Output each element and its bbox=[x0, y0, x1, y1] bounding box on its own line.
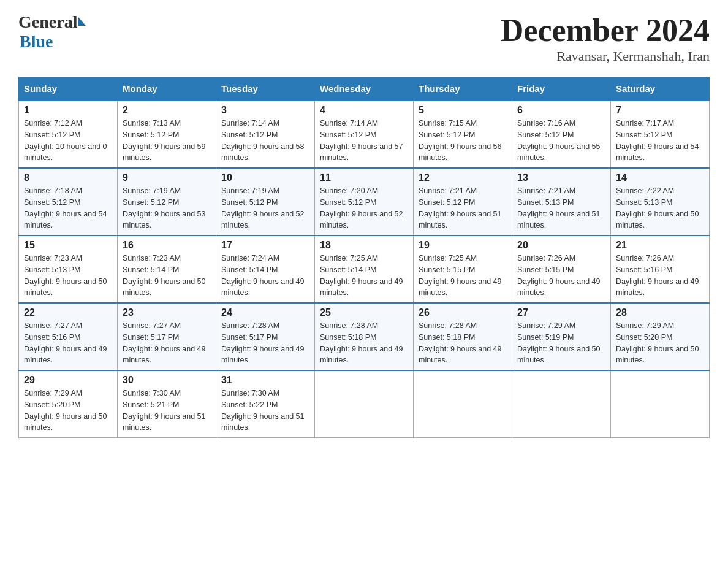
table-row: 6Sunrise: 7:16 AMSunset: 5:12 PMDaylight… bbox=[512, 101, 611, 168]
table-row: 3Sunrise: 7:14 AMSunset: 5:12 PMDaylight… bbox=[216, 101, 315, 168]
table-row: 24Sunrise: 7:28 AMSunset: 5:17 PMDayligh… bbox=[216, 303, 315, 370]
calendar-row: 1Sunrise: 7:12 AMSunset: 5:12 PMDaylight… bbox=[19, 101, 710, 168]
header-sunday: Sunday bbox=[19, 77, 118, 101]
day-number: 31 bbox=[221, 375, 309, 386]
table-row: 12Sunrise: 7:21 AMSunset: 5:12 PMDayligh… bbox=[414, 168, 512, 236]
day-info: Sunrise: 7:27 AMSunset: 5:16 PMDaylight:… bbox=[24, 320, 112, 366]
header-row: Sunday Monday Tuesday Wednesday Thursday… bbox=[19, 77, 710, 101]
logo-blue-text: Blue bbox=[20, 32, 53, 52]
table-row: 26Sunrise: 7:28 AMSunset: 5:18 PMDayligh… bbox=[414, 303, 512, 370]
table-row: 11Sunrise: 7:20 AMSunset: 5:12 PMDayligh… bbox=[315, 168, 414, 236]
day-info: Sunrise: 7:23 AMSunset: 5:13 PMDaylight:… bbox=[24, 253, 112, 299]
table-row: 28Sunrise: 7:29 AMSunset: 5:20 PMDayligh… bbox=[611, 303, 710, 370]
day-info: Sunrise: 7:18 AMSunset: 5:12 PMDaylight:… bbox=[24, 185, 112, 231]
day-info: Sunrise: 7:27 AMSunset: 5:17 PMDaylight:… bbox=[123, 320, 211, 366]
table-row: 30Sunrise: 7:30 AMSunset: 5:21 PMDayligh… bbox=[118, 370, 216, 438]
calendar-body: 1Sunrise: 7:12 AMSunset: 5:12 PMDaylight… bbox=[19, 101, 710, 438]
table-row bbox=[414, 370, 512, 438]
day-number: 2 bbox=[123, 105, 211, 116]
table-row: 13Sunrise: 7:21 AMSunset: 5:13 PMDayligh… bbox=[512, 168, 611, 236]
header-monday: Monday bbox=[118, 77, 216, 101]
day-number: 29 bbox=[24, 375, 112, 386]
day-info: Sunrise: 7:25 AMSunset: 5:15 PMDaylight:… bbox=[419, 253, 507, 299]
day-number: 21 bbox=[616, 240, 704, 251]
page-header: General Blue December 2024 Ravansar, Ker… bbox=[18, 12, 710, 64]
day-number: 4 bbox=[320, 105, 408, 116]
day-info: Sunrise: 7:21 AMSunset: 5:13 PMDaylight:… bbox=[517, 185, 605, 231]
day-info: Sunrise: 7:26 AMSunset: 5:16 PMDaylight:… bbox=[616, 253, 704, 299]
table-row: 20Sunrise: 7:26 AMSunset: 5:15 PMDayligh… bbox=[512, 236, 611, 303]
calendar-title: December 2024 bbox=[501, 12, 710, 48]
day-number: 24 bbox=[221, 307, 309, 318]
day-number: 20 bbox=[517, 240, 605, 251]
header-saturday: Saturday bbox=[611, 77, 710, 101]
header-thursday: Thursday bbox=[414, 77, 512, 101]
day-info: Sunrise: 7:28 AMSunset: 5:17 PMDaylight:… bbox=[221, 320, 309, 366]
table-row: 17Sunrise: 7:24 AMSunset: 5:14 PMDayligh… bbox=[216, 236, 315, 303]
day-number: 17 bbox=[221, 240, 309, 251]
day-number: 19 bbox=[419, 240, 507, 251]
header-tuesday: Tuesday bbox=[216, 77, 315, 101]
header-friday: Friday bbox=[512, 77, 611, 101]
day-info: Sunrise: 7:30 AMSunset: 5:21 PMDaylight:… bbox=[123, 388, 211, 434]
table-row: 5Sunrise: 7:15 AMSunset: 5:12 PMDaylight… bbox=[414, 101, 512, 168]
day-number: 10 bbox=[221, 172, 309, 183]
day-number: 23 bbox=[123, 307, 211, 318]
day-info: Sunrise: 7:28 AMSunset: 5:18 PMDaylight:… bbox=[419, 320, 507, 366]
table-row: 2Sunrise: 7:13 AMSunset: 5:12 PMDaylight… bbox=[118, 101, 216, 168]
day-number: 26 bbox=[419, 307, 507, 318]
day-info: Sunrise: 7:17 AMSunset: 5:12 PMDaylight:… bbox=[616, 118, 704, 164]
day-number: 14 bbox=[616, 172, 704, 183]
day-info: Sunrise: 7:16 AMSunset: 5:12 PMDaylight:… bbox=[517, 118, 605, 164]
day-number: 9 bbox=[123, 172, 211, 183]
day-number: 7 bbox=[616, 105, 704, 116]
table-row: 15Sunrise: 7:23 AMSunset: 5:13 PMDayligh… bbox=[19, 236, 118, 303]
table-row bbox=[315, 370, 414, 438]
day-number: 3 bbox=[221, 105, 309, 116]
day-info: Sunrise: 7:14 AMSunset: 5:12 PMDaylight:… bbox=[320, 118, 408, 164]
header-wednesday: Wednesday bbox=[315, 77, 414, 101]
logo-general-text: General bbox=[18, 12, 77, 32]
table-row: 7Sunrise: 7:17 AMSunset: 5:12 PMDaylight… bbox=[611, 101, 710, 168]
table-row: 4Sunrise: 7:14 AMSunset: 5:12 PMDaylight… bbox=[315, 101, 414, 168]
calendar-row: 22Sunrise: 7:27 AMSunset: 5:16 PMDayligh… bbox=[19, 303, 710, 370]
day-info: Sunrise: 7:25 AMSunset: 5:14 PMDaylight:… bbox=[320, 253, 408, 299]
day-number: 28 bbox=[616, 307, 704, 318]
table-row: 16Sunrise: 7:23 AMSunset: 5:14 PMDayligh… bbox=[118, 236, 216, 303]
day-info: Sunrise: 7:28 AMSunset: 5:18 PMDaylight:… bbox=[320, 320, 408, 366]
day-number: 5 bbox=[419, 105, 507, 116]
day-info: Sunrise: 7:29 AMSunset: 5:20 PMDaylight:… bbox=[616, 320, 704, 366]
day-number: 11 bbox=[320, 172, 408, 183]
table-row: 25Sunrise: 7:28 AMSunset: 5:18 PMDayligh… bbox=[315, 303, 414, 370]
day-number: 22 bbox=[24, 307, 112, 318]
logo-arrow-icon bbox=[78, 17, 86, 26]
day-info: Sunrise: 7:26 AMSunset: 5:15 PMDaylight:… bbox=[517, 253, 605, 299]
table-row bbox=[512, 370, 611, 438]
day-number: 6 bbox=[517, 105, 605, 116]
table-row: 29Sunrise: 7:29 AMSunset: 5:20 PMDayligh… bbox=[19, 370, 118, 438]
day-number: 13 bbox=[517, 172, 605, 183]
title-block: December 2024 Ravansar, Kermanshah, Iran bbox=[501, 12, 710, 64]
day-number: 1 bbox=[24, 105, 112, 116]
day-number: 30 bbox=[123, 375, 211, 386]
day-info: Sunrise: 7:19 AMSunset: 5:12 PMDaylight:… bbox=[123, 185, 211, 231]
table-row: 18Sunrise: 7:25 AMSunset: 5:14 PMDayligh… bbox=[315, 236, 414, 303]
day-info: Sunrise: 7:29 AMSunset: 5:19 PMDaylight:… bbox=[517, 320, 605, 366]
day-info: Sunrise: 7:21 AMSunset: 5:12 PMDaylight:… bbox=[419, 185, 507, 231]
table-row: 8Sunrise: 7:18 AMSunset: 5:12 PMDaylight… bbox=[19, 168, 118, 236]
day-number: 8 bbox=[24, 172, 112, 183]
day-number: 12 bbox=[419, 172, 507, 183]
day-info: Sunrise: 7:30 AMSunset: 5:22 PMDaylight:… bbox=[221, 388, 309, 434]
calendar-row: 8Sunrise: 7:18 AMSunset: 5:12 PMDaylight… bbox=[19, 168, 710, 236]
calendar-header: Sunday Monday Tuesday Wednesday Thursday… bbox=[19, 77, 710, 101]
table-row: 14Sunrise: 7:22 AMSunset: 5:13 PMDayligh… bbox=[611, 168, 710, 236]
table-row: 9Sunrise: 7:19 AMSunset: 5:12 PMDaylight… bbox=[118, 168, 216, 236]
day-info: Sunrise: 7:24 AMSunset: 5:14 PMDaylight:… bbox=[221, 253, 309, 299]
calendar-subtitle: Ravansar, Kermanshah, Iran bbox=[501, 48, 710, 64]
table-row: 1Sunrise: 7:12 AMSunset: 5:12 PMDaylight… bbox=[19, 101, 118, 168]
day-info: Sunrise: 7:19 AMSunset: 5:12 PMDaylight:… bbox=[221, 185, 309, 231]
day-info: Sunrise: 7:15 AMSunset: 5:12 PMDaylight:… bbox=[419, 118, 507, 164]
day-number: 15 bbox=[24, 240, 112, 251]
day-info: Sunrise: 7:20 AMSunset: 5:12 PMDaylight:… bbox=[320, 185, 408, 231]
day-info: Sunrise: 7:12 AMSunset: 5:12 PMDaylight:… bbox=[24, 118, 112, 164]
